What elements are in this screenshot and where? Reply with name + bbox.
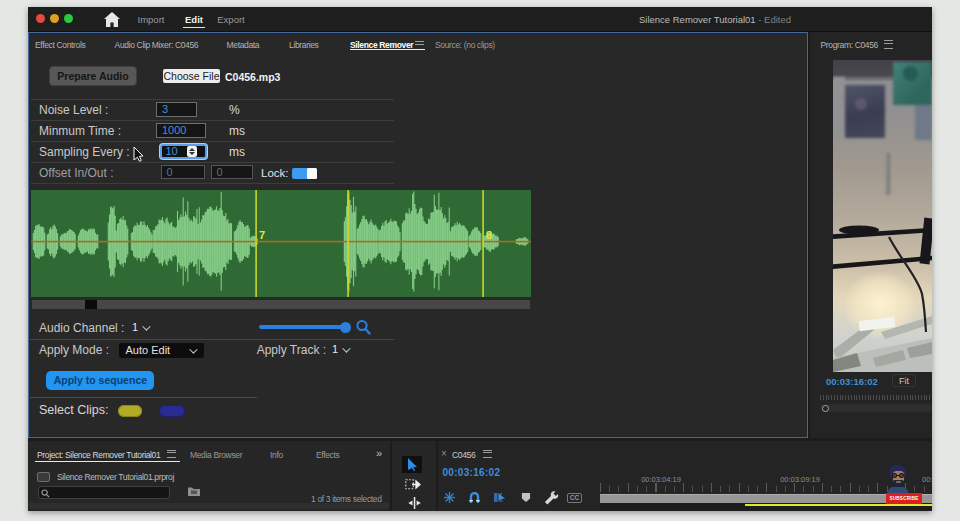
svg-text:7: 7: [259, 229, 265, 241]
svg-text:8: 8: [486, 229, 492, 241]
